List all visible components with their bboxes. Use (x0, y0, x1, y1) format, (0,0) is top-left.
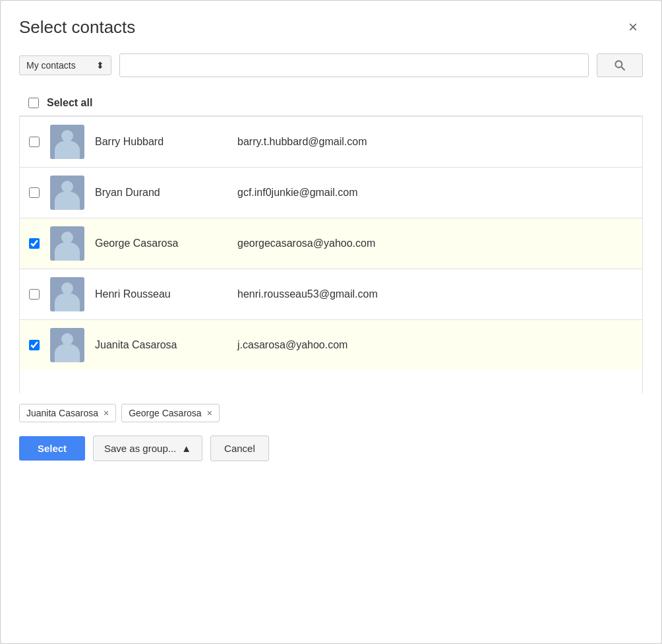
contact-checkbox-henri[interactable] (29, 289, 40, 300)
svg-line-1 (622, 67, 625, 71)
avatar-body (55, 141, 80, 159)
tag-george: George Casarosa × (121, 404, 220, 422)
dropdown-arrow-icon: ⬍ (96, 60, 104, 71)
avatar (50, 226, 84, 261)
dialog-header: Select contacts × (19, 16, 643, 38)
avatar (50, 176, 84, 210)
avatar (50, 277, 84, 311)
contact-checkbox-barry[interactable] (29, 137, 40, 147)
contacts-list: Barry Hubbard barry.t.hubbard@gmail.com … (19, 116, 643, 393)
avatar-head (61, 181, 73, 193)
avatar-body (55, 191, 80, 210)
toolbar: My contacts ⬍ (19, 53, 643, 77)
save-group-arrow-icon: ▲ (181, 443, 191, 454)
contact-email: georgecasarosa@yahoo.com (237, 238, 375, 249)
contact-checkbox-juanita[interactable] (29, 340, 40, 350)
contact-row[interactable]: Barry Hubbard barry.t.hubbard@gmail.com (20, 117, 642, 168)
selected-tags: Juanita Casarosa × George Casarosa × (19, 393, 643, 430)
contact-row[interactable]: Juanita Casarosa j.casarosa@yahoo.com (20, 320, 642, 370)
contact-row[interactable]: Henri Rousseau henri.rousseau53@gmail.co… (20, 269, 642, 320)
tag-remove-juanita[interactable]: × (104, 408, 109, 418)
avatar-head (61, 282, 73, 294)
avatar (50, 328, 84, 362)
contact-row[interactable]: George Casarosa georgecasarosa@yahoo.com (20, 218, 642, 269)
select-contacts-dialog: Select contacts × My contacts ⬍ Select a… (0, 0, 662, 644)
contact-name: Juanita Casarosa (95, 339, 227, 351)
select-all-label: Select all (47, 97, 92, 109)
contact-name: Henri Rousseau (95, 288, 227, 300)
contact-name: Barry Hubbard (95, 136, 227, 148)
select-button[interactable]: Select (19, 436, 85, 461)
contacts-dropdown[interactable]: My contacts ⬍ (19, 55, 111, 75)
search-icon (613, 59, 626, 72)
avatar (50, 125, 84, 159)
avatar-body (55, 344, 80, 362)
avatar-body (55, 242, 80, 261)
tag-juanita: Juanita Casarosa × (19, 404, 116, 422)
contact-name: Bryan Durand (95, 187, 227, 199)
contact-email: henri.rousseau53@gmail.com (237, 288, 378, 300)
contact-email: j.casarosa@yahoo.com (237, 339, 347, 351)
contact-email: gcf.inf0junkie@gmail.com (237, 187, 358, 199)
cancel-button[interactable]: Cancel (210, 435, 269, 461)
avatar-body (55, 293, 80, 311)
save-group-label: Save as group... (104, 443, 176, 454)
avatar-head (61, 130, 73, 142)
close-button[interactable]: × (623, 16, 643, 38)
avatar-head (61, 232, 73, 243)
select-all-checkbox[interactable] (28, 98, 39, 108)
avatar-head (61, 333, 73, 345)
search-button[interactable] (597, 53, 643, 77)
dialog-title: Select contacts (19, 17, 135, 38)
svg-point-0 (615, 61, 622, 67)
contact-email: barry.t.hubbard@gmail.com (237, 136, 367, 148)
contact-checkbox-george[interactable] (29, 238, 40, 249)
tag-label: Juanita Casarosa (26, 408, 98, 418)
dropdown-label: My contacts (26, 60, 76, 71)
footer-buttons: Select Save as group... ▲ Cancel (19, 430, 643, 461)
contact-name: George Casarosa (95, 238, 227, 249)
save-group-button[interactable]: Save as group... ▲ (93, 435, 202, 461)
tag-remove-george[interactable]: × (207, 408, 212, 418)
contact-row[interactable]: Bryan Durand gcf.inf0junkie@gmail.com (20, 168, 642, 218)
search-input[interactable] (119, 53, 589, 77)
contact-checkbox-bryan[interactable] (29, 187, 40, 198)
tag-label: George Casarosa (129, 408, 202, 418)
select-all-row: Select all (19, 90, 643, 116)
